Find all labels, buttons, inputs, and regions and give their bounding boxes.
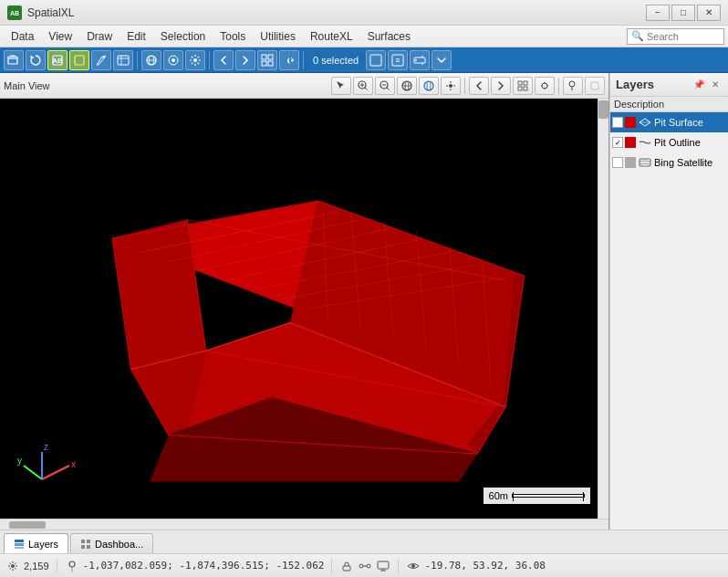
vt-sep: [464, 78, 465, 94]
menu-tools[interactable]: Tools: [213, 26, 253, 47]
layers-tab-icon: [14, 539, 25, 550]
vscroll-thumb[interactable]: [598, 100, 608, 119]
vt-pan-button[interactable]: [535, 77, 555, 95]
svg-rect-73: [640, 159, 650, 166]
layer-name-pit-outline: Pit Outline: [654, 137, 726, 148]
vt-grid-button[interactable]: [513, 77, 533, 95]
status-connect-icon: [358, 559, 372, 573]
vt-forward-button[interactable]: [491, 77, 511, 95]
menu-edit[interactable]: Edit: [120, 26, 153, 47]
layer-row-bing-satellite[interactable]: Bing Satellite: [610, 152, 728, 173]
tb-back-button[interactable]: [213, 50, 234, 70]
tb-select-button[interactable]: [69, 50, 89, 70]
close-button[interactable]: ✕: [697, 5, 721, 21]
tb-location-button[interactable]: [163, 50, 183, 70]
layer-type-bing-satellite: [638, 157, 652, 168]
vt-sep2: [558, 78, 559, 94]
tb-grid-button[interactable]: [257, 50, 277, 70]
svg-text:≡: ≡: [396, 56, 400, 65]
svg-text:y: y: [17, 456, 22, 466]
svg-line-68: [24, 466, 42, 479]
vt-back-button[interactable]: [469, 77, 489, 95]
layer-row-pit-outline[interactable]: ✓ Pit Outline: [610, 132, 728, 152]
menu-selection[interactable]: Selection: [153, 26, 213, 47]
svg-point-13: [172, 58, 175, 62]
bottom-tabs: Layers Dashboa...: [0, 530, 728, 553]
minimize-button[interactable]: −: [646, 5, 670, 21]
layer-check-pit-outline[interactable]: ✓: [612, 137, 623, 148]
status-monitor-icon: [376, 559, 390, 573]
svg-rect-77: [81, 540, 85, 543]
menu-draw[interactable]: Draw: [79, 26, 120, 47]
svg-rect-18: [268, 61, 273, 66]
layers-close-button[interactable]: ✕: [708, 78, 723, 92]
svg-point-82: [69, 561, 75, 567]
maximize-button[interactable]: □: [671, 5, 695, 21]
vt-zoomin-button[interactable]: [353, 77, 373, 95]
svg-rect-17: [262, 61, 266, 66]
tb-refresh-button[interactable]: [26, 50, 46, 70]
vt-pin-button[interactable]: [563, 77, 583, 95]
toolbar: AB 0 selected ≡: [0, 47, 728, 73]
tb-select-mode-button[interactable]: [366, 50, 386, 70]
vt-zoomout-button[interactable]: [375, 77, 395, 95]
tb-more-button[interactable]: [410, 50, 430, 70]
vt-settings-button[interactable]: [441, 77, 461, 95]
menu-surfaces[interactable]: Surfaces: [360, 26, 418, 47]
svg-rect-87: [378, 561, 389, 569]
hscroll-thumb[interactable]: [9, 521, 46, 529]
tb-mouse-button[interactable]: [279, 50, 299, 70]
vt-globe2-button[interactable]: [419, 77, 439, 95]
titlebar-controls: − □ ✕: [646, 5, 721, 21]
svg-rect-5: [75, 56, 84, 65]
svg-point-14: [193, 58, 197, 62]
search-box[interactable]: 🔍: [627, 28, 724, 45]
svg-point-85: [367, 564, 370, 568]
vertical-scrollbar[interactable]: [598, 99, 608, 519]
elevation-coordinates: -19.78, 53.92, 36.08: [424, 560, 545, 572]
status-lock-icon: [339, 559, 354, 573]
tab-dashboard[interactable]: Dashboa...: [70, 533, 153, 553]
layer-type-pit-surface: [638, 117, 652, 128]
layers-pin-button[interactable]: 📌: [692, 78, 706, 92]
tb-settings-button[interactable]: [185, 50, 205, 70]
menu-utilities[interactable]: Utilities: [253, 26, 303, 47]
svg-rect-83: [343, 566, 350, 571]
view-toolbar: Main View: [0, 73, 608, 99]
horizontal-scrollbar[interactable]: [0, 519, 608, 530]
svg-rect-37: [518, 87, 522, 90]
layer-color-pit-surface: [625, 117, 636, 128]
layer-check-pit-surface[interactable]: ✓: [612, 117, 623, 128]
tab-layers[interactable]: Layers: [4, 533, 68, 553]
tb-dropdown-button[interactable]: [432, 50, 452, 70]
title-bar: AB SpatialXL − □ ✕: [0, 0, 728, 26]
svg-rect-80: [87, 545, 90, 549]
menu-data[interactable]: Data: [4, 26, 41, 47]
svg-text:x: x: [71, 459, 76, 469]
layers-title: Layers: [616, 78, 654, 91]
tb-forward-button[interactable]: [235, 50, 255, 70]
svg-rect-22: [370, 55, 381, 66]
status-location-icon: [65, 559, 79, 573]
menu-routexl[interactable]: RouteXL: [303, 26, 360, 47]
svg-point-26: [415, 59, 417, 61]
svg-text:z: z: [44, 442, 48, 452]
tb-open-button[interactable]: [4, 50, 24, 70]
canvas-area[interactable]: x y z 60m: [0, 99, 608, 519]
layer-type-pit-outline: [638, 137, 652, 148]
tb-globe-button[interactable]: [141, 50, 161, 70]
tb-draw-button[interactable]: [91, 50, 111, 70]
search-input[interactable]: [647, 31, 720, 42]
tb-deselect-button[interactable]: ≡: [388, 50, 408, 70]
svg-line-66: [42, 466, 69, 479]
layer-row-pit-surface[interactable]: ✓ Pit Surface: [610, 112, 728, 132]
menu-view[interactable]: View: [41, 26, 79, 47]
tb-table-button[interactable]: [113, 50, 133, 70]
vt-placeholder-button[interactable]: [585, 77, 605, 95]
tab-layers-label: Layers: [28, 539, 58, 550]
vt-globe1-button[interactable]: [397, 77, 417, 95]
status-eye-icon: [406, 559, 421, 573]
vt-select-button[interactable]: [331, 77, 351, 95]
layer-check-bing-satellite[interactable]: [612, 157, 623, 168]
tb-edit-button[interactable]: AB: [47, 50, 68, 70]
